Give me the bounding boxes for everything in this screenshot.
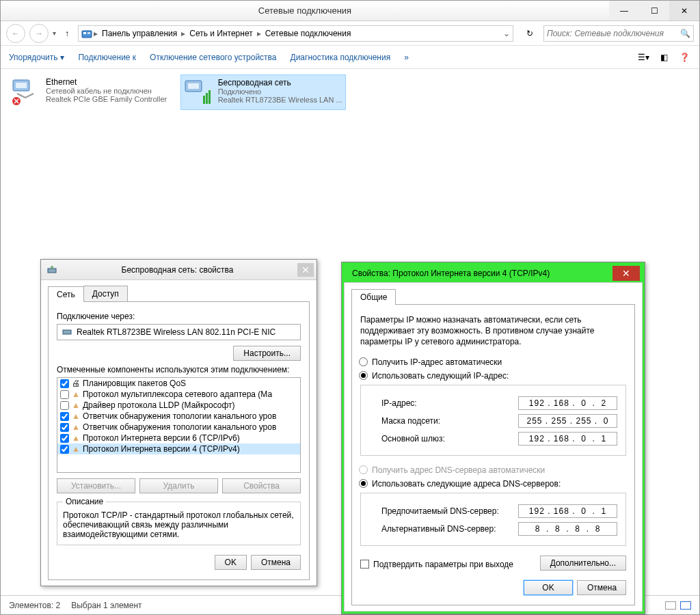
preferred-dns-input[interactable] — [518, 504, 617, 518]
search-icon: 🔍 — [680, 29, 690, 38]
checkbox-icon — [360, 560, 369, 569]
breadcrumb-item[interactable]: Сеть и Интернет — [187, 29, 255, 38]
connection-wireless[interactable]: Беспроводная сеть Подключено Realtek RTL… — [180, 74, 346, 110]
protocol-icon: ▲ — [72, 422, 80, 432]
overflow-menu[interactable]: » — [404, 53, 409, 62]
details-view-icon[interactable] — [665, 601, 676, 610]
history-dropdown-icon[interactable]: ▾ — [53, 29, 56, 37]
toolbar: Упорядочить ▾ Подключение к Отключение с… — [1, 46, 699, 69]
list-item[interactable]: ▲Драйвер протокола LLDP (Майкрософт) — [57, 400, 300, 411]
breadcrumb[interactable]: ▸ Панель управления ▸ Сеть и Интернет ▸ … — [78, 25, 513, 42]
svg-rect-2 — [88, 32, 90, 34]
wifi-icon — [184, 78, 213, 107]
description-text: Протокол TCP/IP - стандартный протокол г… — [63, 510, 295, 539]
close-icon[interactable]: ✕ — [297, 263, 314, 277]
list-item[interactable]: ▲Протокол Интернета версии 4 (TCP/IPv4) — [57, 443, 300, 454]
svg-rect-7 — [188, 83, 199, 89]
radio-icon — [359, 465, 368, 474]
ethernet-icon — [12, 77, 40, 106]
gateway-input[interactable] — [518, 432, 617, 446]
validate-checkbox[interactable]: Подтвердить параметры при выходе — [360, 560, 513, 569]
dns1-label: Предпочитаемый DNS-сервер: — [381, 506, 499, 516]
breadcrumb-dropdown-icon[interactable]: ⌄ — [503, 29, 510, 38]
network-connections-window: Сетевые подключения — ☐ ✕ ← → ▾ ↑ ▸ Пане… — [0, 0, 700, 615]
wireless-properties-dialog: Беспроводная сеть: свойства ✕ Сеть Досту… — [40, 259, 317, 586]
network-adapter-icon — [46, 264, 57, 275]
organize-menu[interactable]: Упорядочить ▾ — [9, 53, 64, 62]
breadcrumb-item[interactable]: Панель управления — [99, 29, 180, 38]
protocol-icon: ▲ — [72, 390, 80, 399]
preview-pane-icon[interactable]: ◧ — [657, 51, 671, 64]
close-button[interactable]: ✕ — [669, 1, 699, 20]
protocol-icon: ▲ — [72, 444, 80, 454]
adapter-icon — [62, 327, 72, 338]
cancel-button[interactable]: Отмена — [577, 580, 626, 595]
description-box: Описание Протокол TCP/IP - стандартный п… — [57, 502, 301, 545]
view-options-icon[interactable]: ☰▾ — [636, 51, 650, 64]
subnet-mask-input[interactable] — [518, 414, 617, 428]
radio-icon — [359, 479, 368, 488]
advanced-button[interactable]: Дополнительно... — [540, 556, 626, 571]
list-item[interactable]: ▲Протокол Интернета версии 6 (TCP/IPv6) — [57, 433, 300, 443]
refresh-button[interactable]: ↻ — [520, 25, 539, 42]
description-title: Описание — [63, 497, 106, 506]
tab-network[interactable]: Сеть — [48, 286, 84, 302]
connection-status: Подключено — [218, 87, 342, 96]
radio-icon — [359, 357, 368, 366]
tiles-view-icon[interactable] — [680, 601, 691, 610]
list-item[interactable]: ▲Ответчик обнаружения топологии канально… — [57, 411, 300, 422]
radio-manual-ip[interactable]: Использовать следующий IP-адрес: — [359, 371, 626, 381]
connect-to-menu[interactable]: Подключение к — [78, 53, 136, 62]
configure-button[interactable]: Настроить... — [233, 346, 301, 361]
svg-rect-10 — [208, 90, 211, 104]
forward-button[interactable]: → — [29, 24, 49, 43]
ok-button[interactable]: OK — [215, 555, 247, 570]
maximize-button[interactable]: ☐ — [639, 1, 669, 20]
ip-label: IP-адрес: — [381, 398, 417, 408]
close-icon[interactable]: ✕ — [612, 266, 640, 281]
help-icon[interactable]: ❓ — [677, 51, 691, 64]
svg-rect-11 — [48, 269, 56, 273]
selected-count: Выбран 1 элемент — [71, 601, 142, 610]
radio-manual-dns[interactable]: Использовать следующие адреса DNS-сервер… — [359, 479, 626, 489]
back-button[interactable]: ← — [6, 24, 25, 43]
up-button[interactable]: ↑ — [60, 27, 74, 40]
list-item[interactable]: ▲Протокол мультиплексора сетевого адапте… — [57, 389, 300, 400]
dns2-label: Альтернативный DNS-сервер: — [381, 524, 496, 534]
disable-device-menu[interactable]: Отключение сетевого устройства — [150, 53, 276, 62]
dialog-title: Свойства: Протокол Интернета версии 4 (T… — [349, 269, 612, 278]
search-box[interactable]: 🔍 — [543, 25, 694, 42]
protocol-icon: 🖨 — [72, 379, 80, 388]
diagnose-menu[interactable]: Диагностика подключения — [291, 53, 391, 62]
protocol-icon: ▲ — [72, 400, 80, 410]
remove-button[interactable]: Удалить — [139, 478, 218, 493]
radio-auto-ip[interactable]: Получить IP-адрес автоматически — [359, 357, 626, 367]
tab-general[interactable]: Общие — [351, 289, 396, 305]
navbar: ← → ▾ ↑ ▸ Панель управления ▸ Сеть и Инт… — [1, 21, 699, 46]
radio-icon — [359, 371, 368, 380]
dialog-titlebar[interactable]: Свойства: Протокол Интернета версии 4 (T… — [344, 264, 643, 282]
svg-rect-4 — [16, 83, 27, 88]
connection-status: Сетевой кабель не подключен — [46, 87, 167, 95]
dialog-title: Беспроводная сеть: свойства — [57, 265, 297, 275]
titlebar: Сетевые подключения — ☐ ✕ — [1, 1, 699, 21]
svg-rect-1 — [83, 32, 86, 34]
cancel-button[interactable]: Отмена — [251, 555, 301, 570]
breadcrumb-item[interactable]: Сетевые подключения — [262, 29, 354, 38]
ip-address-input[interactable] — [518, 396, 617, 410]
install-button[interactable]: Установить... — [57, 478, 135, 493]
svg-rect-13 — [63, 330, 71, 334]
alternate-dns-input[interactable] — [518, 522, 617, 536]
ok-button[interactable]: OK — [524, 580, 573, 595]
connect-via-label: Подключение через: — [57, 312, 301, 321]
list-item[interactable]: 🖨Планировщик пакетов QoS — [57, 378, 300, 389]
connection-ethernet[interactable]: Ethernet Сетевой кабель не подключен Rea… — [9, 74, 170, 109]
properties-button[interactable]: Свойства — [222, 478, 301, 493]
minimize-button[interactable]: — — [609, 1, 639, 20]
dialog-titlebar[interactable]: Беспроводная сеть: свойства ✕ — [41, 260, 317, 280]
tab-access[interactable]: Доступ — [83, 286, 128, 301]
components-list[interactable]: 🖨Планировщик пакетов QoS ▲Протокол мульт… — [57, 377, 301, 473]
search-input[interactable] — [547, 29, 680, 38]
radio-auto-dns: Получить адрес DNS-сервера автоматически — [359, 465, 626, 475]
list-item[interactable]: ▲Ответчик обнаружения топологии канально… — [57, 422, 300, 433]
